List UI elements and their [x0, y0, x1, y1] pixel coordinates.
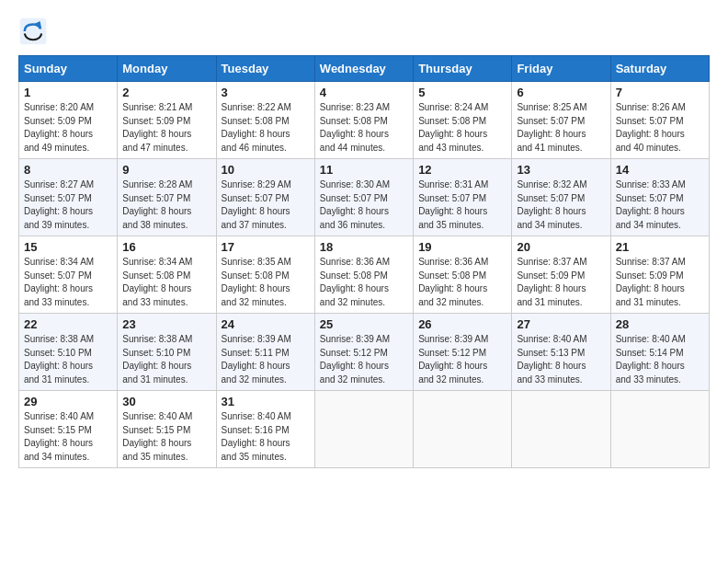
day-number: 24 [222, 317, 310, 331]
day-info: Sunrise: 8:33 AM Sunset: 5:07 PM Dayligh… [616, 178, 704, 232]
day-info: Sunrise: 8:39 AM Sunset: 5:12 PM Dayligh… [418, 333, 506, 386]
calendar-cell: 23Sunrise: 8:38 AM Sunset: 5:10 PM Dayli… [118, 314, 216, 391]
week-row-5: 29Sunrise: 8:40 AM Sunset: 5:15 PM Dayli… [19, 391, 710, 468]
header-cell-thursday: Thursday [414, 56, 512, 82]
calendar-cell: 30Sunrise: 8:40 AM Sunset: 5:15 PM Dayli… [118, 391, 216, 468]
day-info: Sunrise: 8:40 AM Sunset: 5:13 PM Dayligh… [517, 333, 605, 386]
page: SundayMondayTuesdayWednesdayThursdayFrid… [0, 0, 728, 563]
week-row-4: 22Sunrise: 8:38 AM Sunset: 5:10 PM Dayli… [19, 314, 710, 391]
logo-icon [18, 17, 48, 46]
day-info: Sunrise: 8:40 AM Sunset: 5:16 PM Dayligh… [222, 410, 310, 464]
day-number: 6 [517, 86, 605, 99]
day-number: 14 [616, 163, 704, 177]
calendar-cell: 3Sunrise: 8:22 AM Sunset: 5:08 PM Daylig… [216, 82, 314, 159]
day-number: 27 [517, 317, 605, 331]
calendar-cell: 13Sunrise: 8:32 AM Sunset: 5:07 PM Dayli… [512, 159, 610, 236]
day-info: Sunrise: 8:28 AM Sunset: 5:07 PM Dayligh… [122, 178, 210, 232]
calendar-cell: 17Sunrise: 8:35 AM Sunset: 5:08 PM Dayli… [216, 236, 314, 314]
week-row-2: 8Sunrise: 8:27 AM Sunset: 5:07 PM Daylig… [19, 159, 710, 236]
day-info: Sunrise: 8:25 AM Sunset: 5:07 PM Dayligh… [517, 101, 605, 155]
calendar-cell: 28Sunrise: 8:40 AM Sunset: 5:14 PM Dayli… [610, 314, 709, 391]
day-number: 22 [24, 317, 112, 331]
calendar-cell: 12Sunrise: 8:31 AM Sunset: 5:07 PM Dayli… [414, 159, 512, 236]
day-number: 16 [122, 240, 210, 254]
calendar-cell: 21Sunrise: 8:37 AM Sunset: 5:09 PM Dayli… [610, 236, 709, 314]
day-number: 31 [222, 395, 310, 408]
day-info: Sunrise: 8:23 AM Sunset: 5:08 PM Dayligh… [320, 101, 408, 155]
day-number: 18 [320, 240, 408, 254]
day-info: Sunrise: 8:38 AM Sunset: 5:10 PM Dayligh… [24, 333, 112, 386]
day-info: Sunrise: 8:35 AM Sunset: 5:08 PM Dayligh… [222, 256, 310, 309]
header-cell-sunday: Sunday [19, 56, 118, 82]
day-info: Sunrise: 8:39 AM Sunset: 5:12 PM Dayligh… [320, 333, 408, 386]
calendar-cell: 6Sunrise: 8:25 AM Sunset: 5:07 PM Daylig… [512, 82, 610, 159]
day-number: 26 [418, 317, 506, 331]
day-info: Sunrise: 8:36 AM Sunset: 5:08 PM Dayligh… [320, 256, 408, 309]
header-cell-wednesday: Wednesday [314, 56, 413, 82]
day-info: Sunrise: 8:37 AM Sunset: 5:09 PM Dayligh… [517, 256, 605, 309]
day-info: Sunrise: 8:36 AM Sunset: 5:08 PM Dayligh… [418, 256, 506, 309]
day-info: Sunrise: 8:40 AM Sunset: 5:14 PM Dayligh… [616, 333, 704, 386]
day-number: 7 [616, 86, 704, 99]
calendar-cell: 10Sunrise: 8:29 AM Sunset: 5:07 PM Dayli… [216, 159, 314, 236]
week-row-1: 1Sunrise: 8:20 AM Sunset: 5:09 PM Daylig… [19, 82, 710, 159]
calendar-cell: 2Sunrise: 8:21 AM Sunset: 5:09 PM Daylig… [118, 82, 216, 159]
day-number: 17 [222, 240, 310, 254]
calendar-cell: 5Sunrise: 8:24 AM Sunset: 5:08 PM Daylig… [414, 82, 512, 159]
day-number: 3 [222, 86, 310, 99]
calendar-cell: 18Sunrise: 8:36 AM Sunset: 5:08 PM Dayli… [314, 236, 413, 314]
day-info: Sunrise: 8:30 AM Sunset: 5:07 PM Dayligh… [320, 178, 408, 232]
calendar-cell: 4Sunrise: 8:23 AM Sunset: 5:08 PM Daylig… [314, 82, 413, 159]
day-number: 30 [122, 395, 210, 408]
day-info: Sunrise: 8:34 AM Sunset: 5:07 PM Dayligh… [24, 256, 112, 309]
header-cell-saturday: Saturday [610, 56, 709, 82]
calendar-cell: 29Sunrise: 8:40 AM Sunset: 5:15 PM Dayli… [19, 391, 118, 468]
day-number: 4 [320, 86, 408, 99]
calendar-cell [314, 391, 413, 468]
day-info: Sunrise: 8:27 AM Sunset: 5:07 PM Dayligh… [24, 178, 112, 232]
day-number: 9 [122, 163, 210, 177]
header-cell-monday: Monday [118, 56, 216, 82]
calendar-cell: 20Sunrise: 8:37 AM Sunset: 5:09 PM Dayli… [512, 236, 610, 314]
calendar-cell: 14Sunrise: 8:33 AM Sunset: 5:07 PM Dayli… [610, 159, 709, 236]
calendar-cell: 16Sunrise: 8:34 AM Sunset: 5:08 PM Dayli… [118, 236, 216, 314]
day-info: Sunrise: 8:26 AM Sunset: 5:07 PM Dayligh… [616, 101, 704, 155]
calendar-cell: 9Sunrise: 8:28 AM Sunset: 5:07 PM Daylig… [118, 159, 216, 236]
calendar-cell: 25Sunrise: 8:39 AM Sunset: 5:12 PM Dayli… [314, 314, 413, 391]
header [18, 17, 710, 46]
calendar-cell: 19Sunrise: 8:36 AM Sunset: 5:08 PM Dayli… [414, 236, 512, 314]
calendar-cell: 11Sunrise: 8:30 AM Sunset: 5:07 PM Dayli… [314, 159, 413, 236]
day-number: 5 [418, 86, 506, 99]
week-row-3: 15Sunrise: 8:34 AM Sunset: 5:07 PM Dayli… [19, 236, 710, 314]
header-cell-friday: Friday [512, 56, 610, 82]
day-info: Sunrise: 8:21 AM Sunset: 5:09 PM Dayligh… [122, 101, 210, 155]
calendar-cell: 24Sunrise: 8:39 AM Sunset: 5:11 PM Dayli… [216, 314, 314, 391]
day-info: Sunrise: 8:22 AM Sunset: 5:08 PM Dayligh… [222, 101, 310, 155]
day-number: 10 [222, 163, 310, 177]
calendar-header-row: SundayMondayTuesdayWednesdayThursdayFrid… [19, 56, 710, 82]
day-number: 8 [24, 163, 112, 177]
day-number: 29 [24, 395, 112, 408]
calendar-cell: 15Sunrise: 8:34 AM Sunset: 5:07 PM Dayli… [19, 236, 118, 314]
logo [18, 17, 51, 46]
calendar-cell: 8Sunrise: 8:27 AM Sunset: 5:07 PM Daylig… [19, 159, 118, 236]
day-info: Sunrise: 8:37 AM Sunset: 5:09 PM Dayligh… [616, 256, 704, 309]
day-info: Sunrise: 8:34 AM Sunset: 5:08 PM Dayligh… [122, 256, 210, 309]
day-number: 20 [517, 240, 605, 254]
day-info: Sunrise: 8:31 AM Sunset: 5:07 PM Dayligh… [418, 178, 506, 232]
day-number: 15 [24, 240, 112, 254]
calendar-cell [512, 391, 610, 468]
day-info: Sunrise: 8:38 AM Sunset: 5:10 PM Dayligh… [122, 333, 210, 386]
day-number: 2 [122, 86, 210, 99]
calendar-body: 1Sunrise: 8:20 AM Sunset: 5:09 PM Daylig… [19, 82, 710, 468]
calendar-table: SundayMondayTuesdayWednesdayThursdayFrid… [18, 55, 710, 468]
calendar-cell: 7Sunrise: 8:26 AM Sunset: 5:07 PM Daylig… [610, 82, 709, 159]
calendar-cell [414, 391, 512, 468]
calendar-cell: 31Sunrise: 8:40 AM Sunset: 5:16 PM Dayli… [216, 391, 314, 468]
day-info: Sunrise: 8:40 AM Sunset: 5:15 PM Dayligh… [122, 410, 210, 464]
day-number: 25 [320, 317, 408, 331]
day-number: 28 [616, 317, 704, 331]
day-number: 21 [616, 240, 704, 254]
day-info: Sunrise: 8:24 AM Sunset: 5:08 PM Dayligh… [418, 101, 506, 155]
day-number: 13 [517, 163, 605, 177]
